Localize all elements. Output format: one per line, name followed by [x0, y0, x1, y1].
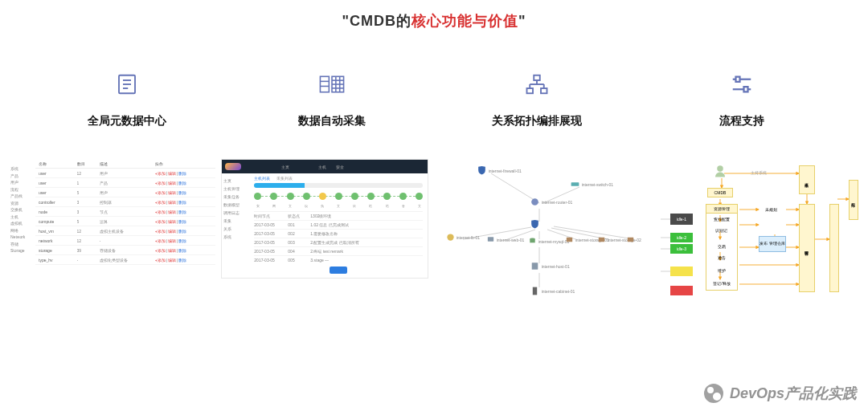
flow-col1f: 维护	[707, 267, 736, 275]
flow-col1b: 查找配置	[707, 215, 736, 223]
table-side-item: 系统	[10, 165, 34, 173]
svg-rect-42	[598, 238, 604, 242]
table-header-cell: 描述	[100, 161, 155, 166]
step-node	[319, 193, 326, 200]
flow-side1: 工单系统	[799, 165, 815, 194]
table-side-item: 用户	[10, 179, 34, 186]
step-node	[270, 193, 277, 200]
svg-rect-41	[566, 238, 571, 242]
topo-node-router: internet-router-01	[530, 197, 573, 207]
svg-rect-45	[532, 287, 536, 295]
feature-metadata-center: 全局元数据中心	[35, 72, 219, 128]
table-header-cell: 数目	[77, 161, 100, 166]
dash-side-item: 系统	[223, 233, 248, 241]
dashboard-logo	[225, 163, 241, 170]
feature-workflow: 流程支持	[649, 72, 834, 128]
topo-node-storage-3	[626, 235, 635, 244]
svg-rect-22	[735, 77, 739, 82]
dash-row: 2017-03-050042.终端 test remark	[254, 246, 423, 255]
table-row: network12-+添加|编辑|删除	[35, 236, 215, 246]
step-node	[254, 193, 261, 200]
wechat-icon	[704, 384, 723, 403]
flow-left-idle1: idle-1	[670, 214, 693, 225]
dash-tab: 采集列表	[276, 176, 293, 181]
dash-side-item: 主页	[223, 177, 248, 185]
table-side-item: Storage	[10, 247, 34, 254]
table-side-item: 产品	[10, 173, 34, 180]
svg-rect-43	[627, 238, 633, 242]
screenshots-row: 系统产品用户流程产品线资源交换机主机虚拟机网络Network存储Storage …	[0, 159, 868, 307]
table-side-item: 资源	[10, 200, 34, 207]
flow-cmdb: CMDB	[707, 188, 733, 197]
dash-row: 时间节点状态点1302级环境	[254, 211, 423, 220]
svg-rect-4	[320, 76, 329, 92]
table-row: controller3控制器+添加|编辑|删除	[35, 197, 215, 207]
table-row: compute5运算+添加|编辑|删除	[35, 217, 215, 226]
table-side-item: Network	[10, 234, 34, 241]
dash-row: 2017-03-050032.配置生成完成 已取消所有	[254, 238, 423, 246]
svg-rect-23	[743, 87, 747, 92]
svg-point-69	[717, 165, 723, 172]
table-row: node3节点+添加|编辑|删除	[35, 207, 215, 217]
feature-auto-collect: 数据自动采集	[240, 72, 424, 128]
page-title: "CMDB的核心功能与价值"	[0, 11, 868, 31]
svg-rect-35	[571, 182, 579, 185]
dash-tab: 主机列表	[254, 176, 270, 181]
watermark-text: DevOps产品化实践	[730, 384, 857, 403]
topo-node-firewall-2	[530, 219, 540, 230]
dash-side-item: 主机管理	[223, 185, 248, 193]
step-node	[399, 193, 407, 200]
flow-col1e: 通告	[707, 254, 736, 262]
svg-rect-13	[534, 75, 540, 80]
step-node	[335, 193, 342, 200]
flow-person-icon	[710, 163, 730, 179]
list-icon	[115, 72, 139, 100]
dash-row: 2017-03-050011.02 信息 已完成测试	[254, 220, 423, 229]
table-side-item: 主机	[10, 214, 34, 221]
topo-node-db: internet-mysql-01	[528, 237, 570, 246]
table-row: user12用户+添加|编辑|删除	[35, 169, 215, 178]
title-prefix: "CMDB的	[342, 13, 411, 29]
title-highlight: 核心功能与价值	[411, 13, 518, 29]
flow-label-top: 主持系统	[746, 169, 772, 176]
table-side-item: 交换机	[10, 206, 34, 214]
topo-node-web: internet-web-01	[486, 235, 525, 244]
table-row: type_hv-虚拟化类型设备+添加|编辑|删除	[35, 255, 215, 265]
flow-col1d: 交易	[707, 242, 736, 250]
table-header-cell: 名称	[39, 161, 77, 166]
svg-rect-38	[487, 237, 493, 242]
topo-node-host: internet-host-01	[530, 261, 570, 271]
table-side-item: 流程	[10, 186, 34, 193]
step-node	[351, 193, 358, 200]
feature-row: 全局元数据中心 数据自动采集 关系拓扑编排展现 流程支持	[0, 72, 868, 128]
table-row: user5用户+添加|编辑|删除	[35, 188, 215, 197]
step-node	[383, 193, 391, 200]
dash-side-item: 数据模型	[223, 201, 248, 209]
feature-label: 流程支持	[719, 114, 764, 128]
sliders-icon	[730, 72, 754, 100]
screenshot-dashboard: 主页主机安全 主页主机管理采集任务数据模型调用日志采集关系系统 主机列表采集列表…	[221, 159, 428, 279]
table-row: storage39存储设备+添加|编辑|删除	[35, 246, 215, 255]
svg-point-37	[447, 234, 453, 240]
feature-label: 关系拓扑编排展现	[492, 114, 582, 128]
flow-left-idle4	[670, 267, 693, 276]
svg-rect-40	[530, 239, 534, 243]
table-row: user1产品+添加|编辑|删除	[35, 178, 215, 188]
progress-bar	[254, 183, 423, 188]
feature-topology: 关系拓扑编排展现	[444, 72, 629, 128]
topo-node-cabinet: internet-cabinet-01	[530, 286, 575, 296]
topology-icon	[525, 72, 549, 100]
flow-col1a: 资源管理	[706, 204, 738, 214]
table-side-item: 网络	[10, 227, 34, 234]
flow-left-idle2: idle-2	[670, 233, 693, 242]
dash-side-item: 调用日志	[223, 209, 248, 217]
title-suffix: "	[518, 13, 526, 29]
flow-col2a: 未规划	[759, 206, 784, 214]
table-side-item: 虚拟机	[10, 220, 34, 227]
dash-row: 2017-03-050021.需要修改名称	[254, 229, 423, 238]
flow-left-idle3: idle-3	[670, 244, 693, 254]
watermark: DevOps产品化实践	[704, 384, 857, 403]
dash-side-item: 采集任务	[223, 193, 248, 201]
table-side-item: 产品线	[10, 193, 34, 200]
table-row: host_vm12虚拟主机设备+添加|编辑|删除	[35, 226, 215, 236]
